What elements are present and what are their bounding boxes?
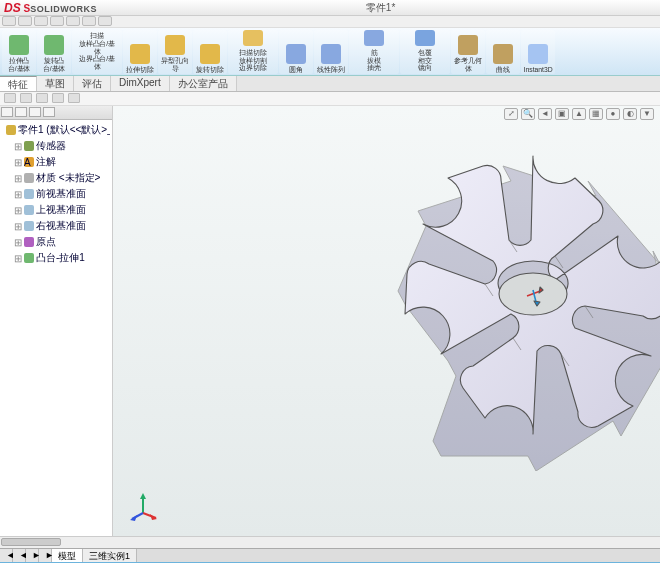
tree-item-1[interactable]: ⊞A注解 [2,154,110,170]
appearance-icon[interactable]: ▼ [640,108,654,120]
fm-icon-1[interactable] [4,93,16,103]
ribbon-label-5: 旋转切除 [196,66,223,74]
document-title: 零件1* [101,1,660,15]
tree-item-label-6: 原点 [36,235,56,249]
ribbon-label-6: 扫描切除放样切割边界切除 [239,49,266,72]
tree-item-0[interactable]: ⊞传感器 [2,138,110,154]
tree-item-6[interactable]: ⊞原点 [2,234,110,250]
tree-tab-icon-2[interactable] [15,107,27,117]
scroll-thumb[interactable] [1,538,61,546]
ribbon-label-11: 参考几何体 [454,57,483,72]
ribbon-btn-10[interactable]: 包覆相交镜向 [400,30,450,74]
feature-tree[interactable]: 零件1 (默认<<默认>_显示状态⊞传感器⊞A注解⊞材质 <未指定>⊞前视基准面… [0,120,112,268]
tree-item-label-7: 凸台-拉伸1 [36,251,85,265]
prev-view-icon[interactable]: ◄ [538,108,552,120]
command-tab-4[interactable]: 办公室产品 [170,76,237,91]
qat-print-icon[interactable] [50,16,64,26]
ribbon-icon-4 [165,35,185,55]
fm-icon-3[interactable] [36,93,48,103]
view-orient-icon[interactable]: ▲ [572,108,586,120]
command-tab-0[interactable]: 特征 [0,76,37,91]
tree-item-icon-4 [24,205,34,215]
ribbon-label-13: Instant3D [523,66,552,74]
app-logo: DS SSOLIDWORKS [0,1,101,15]
ribbon-icon-7 [286,44,306,64]
tree-root-label: 零件1 (默认<<默认>_显示状态 [18,123,110,137]
command-tab-3[interactable]: DimXpert [111,76,170,91]
command-tabs: 特征草图评估DimXpert办公室产品 [0,76,660,92]
ribbon-btn-2[interactable]: 扫描放样凸台/基体边界凸台/基体 [72,30,122,74]
bottab-nav-0[interactable]: ◄◄ [0,549,13,562]
ribbon-btn-1[interactable]: 旋转凸台/基体 [37,30,71,74]
qat-save-icon[interactable] [34,16,48,26]
ribbon-btn-3[interactable]: 拉伸切除 [123,30,157,74]
tree-item-icon-2 [24,173,34,183]
zoom-area-icon[interactable]: 🔍 [521,108,535,120]
qat-new-icon[interactable] [2,16,16,26]
fm-icon-2[interactable] [20,93,32,103]
ribbon-icon-8 [321,44,341,64]
expand-icon[interactable]: ⊞ [14,205,22,216]
viewport-3d[interactable]: ⤢ 🔍 ◄ ▣ ▲ ▦ ● ◐ ▼ [113,106,660,536]
qat-open-icon[interactable] [18,16,32,26]
fm-icon-4[interactable] [52,93,64,103]
tree-tab-icon-1[interactable] [1,107,13,117]
qat-options-icon[interactable] [98,16,112,26]
bottom-tab-0[interactable]: 模型 [52,549,83,562]
ribbon-label-3: 拉伸切除 [126,66,153,74]
ribbon-icon-3 [130,44,150,64]
bottab-nav-1[interactable]: ◄ [13,549,26,562]
tree-item-5[interactable]: ⊞右视基准面 [2,218,110,234]
expand-icon[interactable]: ⊞ [14,141,22,152]
expand-icon[interactable]: ⊞ [14,189,22,200]
ribbon-icon-6 [243,30,263,46]
display-style-icon[interactable]: ▦ [589,108,603,120]
ribbon-btn-0[interactable]: 拉伸凸台/基体 [2,30,36,74]
zoom-fit-icon[interactable]: ⤢ [504,108,518,120]
ribbon-icon-10 [415,30,435,46]
hide-show-icon[interactable]: ● [606,108,620,120]
expand-icon[interactable]: ⊞ [14,157,22,168]
qat-undo-icon[interactable] [66,16,80,26]
ribbon-icon-12 [493,44,513,64]
tree-root[interactable]: 零件1 (默认<<默认>_显示状态 [2,122,110,138]
ribbon-label-12: 曲线 [496,66,510,74]
expand-icon[interactable]: ⊞ [14,221,22,232]
scene-icon[interactable]: ◐ [623,108,637,120]
ribbon-btn-7[interactable]: 圆角 [279,30,313,74]
tree-item-label-1: 注解 [36,155,56,169]
expand-icon[interactable]: ⊞ [14,237,22,248]
tree-item-7[interactable]: ⊞凸台-拉伸1 [2,250,110,266]
expand-icon[interactable]: ⊞ [14,173,22,184]
bottab-nav-3[interactable]: ►► [39,549,52,562]
tree-item-2[interactable]: ⊞材质 <未指定> [2,170,110,186]
tree-tab-icon-4[interactable] [43,107,55,117]
horizontal-scrollbar[interactable] [0,536,660,548]
feature-tree-header [0,106,112,120]
ribbon-btn-5[interactable]: 旋转切除 [193,30,227,74]
fm-icon-5[interactable] [68,93,80,103]
command-tab-1[interactable]: 草图 [37,76,74,91]
view-toolbar: ⤢ 🔍 ◄ ▣ ▲ ▦ ● ◐ ▼ [504,108,654,120]
section-view-icon[interactable]: ▣ [555,108,569,120]
ribbon-btn-11[interactable]: 参考几何体 [451,30,485,74]
qat-rebuild-icon[interactable] [82,16,96,26]
tree-item-3[interactable]: ⊞前视基准面 [2,186,110,202]
ribbon-icon-11 [458,35,478,55]
bottab-nav-2[interactable]: ► [26,549,39,562]
ribbon-btn-4[interactable]: 异型孔向导 [158,30,192,74]
tree-item-4[interactable]: ⊞上视基准面 [2,202,110,218]
tree-tab-icon-3[interactable] [29,107,41,117]
tree-item-icon-7 [24,253,34,263]
ribbon-btn-6[interactable]: 扫描切除放样切割边界切除 [228,30,278,74]
expand-icon[interactable]: ⊞ [14,253,22,264]
view-triad-icon[interactable] [128,491,158,521]
ribbon-btn-8[interactable]: 线性阵列 [314,30,348,74]
ribbon-btn-9[interactable]: 筋拔模抽壳 [349,30,399,74]
ribbon-btn-13[interactable]: Instant3D [521,30,555,74]
ribbon-label-2: 扫描放样凸台/基体边界凸台/基体 [76,32,119,70]
ribbon-btn-12[interactable]: 曲线 [486,30,520,74]
command-tab-2[interactable]: 评估 [74,76,111,91]
tree-item-icon-6 [24,237,34,247]
bottom-tab-1[interactable]: 三维实例1 [83,549,137,562]
